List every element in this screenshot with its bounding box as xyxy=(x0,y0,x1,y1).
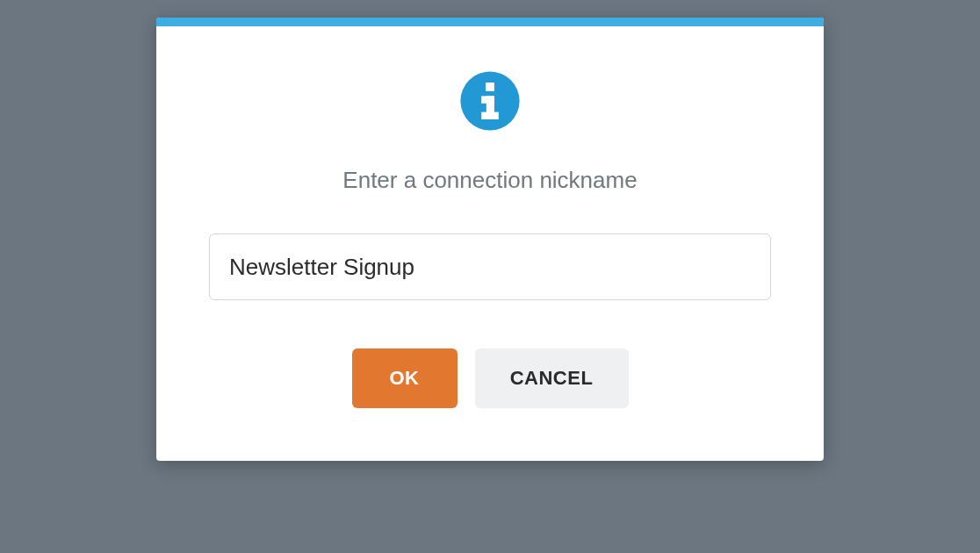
svg-rect-4 xyxy=(481,112,499,119)
cancel-button[interactable]: CANCEL xyxy=(475,348,629,408)
info-icon xyxy=(459,70,521,132)
dialog-button-row: OK CANCEL xyxy=(352,348,629,408)
modal-body: Enter a connection nickname OK CANCEL xyxy=(156,26,824,461)
svg-rect-1 xyxy=(486,83,494,91)
modal-accent-bar xyxy=(156,18,824,26)
dialog-prompt: Enter a connection nickname xyxy=(342,167,637,194)
ok-button[interactable]: OK xyxy=(352,348,458,408)
nickname-input[interactable] xyxy=(209,233,771,300)
connection-nickname-dialog: Enter a connection nickname OK CANCEL xyxy=(156,18,824,461)
